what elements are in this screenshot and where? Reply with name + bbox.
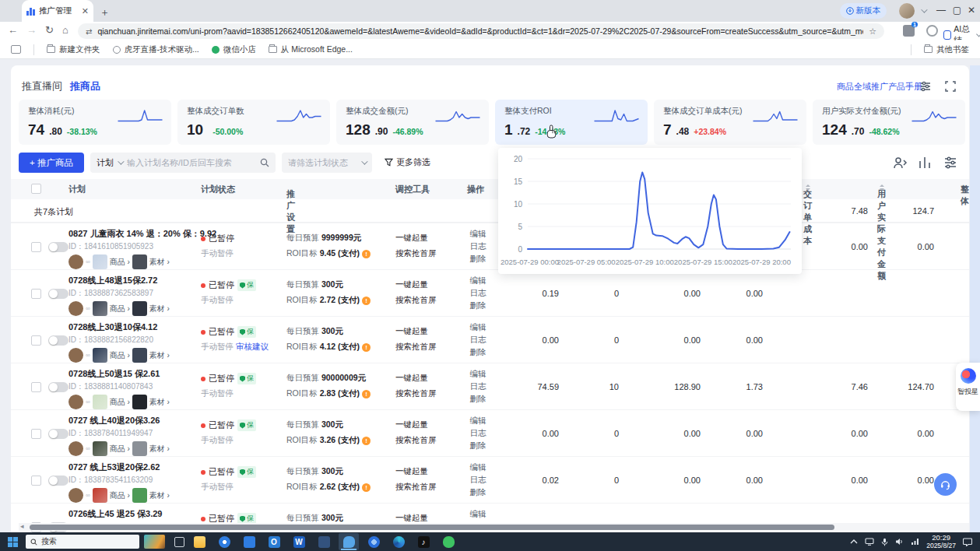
- taskbar-app-wechat[interactable]: [438, 533, 458, 550]
- export-icon[interactable]: [891, 154, 908, 171]
- plan-title[interactable]: 0728线上30退10保4.12: [68, 321, 205, 333]
- reload-icon[interactable]: ↻: [45, 24, 54, 36]
- material-link[interactable]: 素材 ›: [149, 490, 170, 501]
- taskbar-app-chrome[interactable]: [214, 533, 234, 550]
- taskbar-app-store[interactable]: [239, 533, 259, 550]
- info-icon[interactable]: !: [362, 390, 371, 398]
- search-top-screen-link[interactable]: 搜索抢首屏: [395, 388, 465, 399]
- log-link[interactable]: 日志: [464, 335, 492, 346]
- smart-assistant-widget[interactable]: 智投星: [956, 363, 980, 411]
- new-tab-button[interactable]: ＋: [100, 5, 110, 19]
- table-settings-icon[interactable]: [942, 154, 959, 171]
- home-icon[interactable]: ⌂: [62, 24, 68, 36]
- stat-card-gmv[interactable]: 整体成交金额(元) 128.90-46.89%: [336, 100, 489, 145]
- delete-link[interactable]: 删除: [464, 487, 492, 498]
- row-enable-toggle[interactable]: [48, 382, 68, 392]
- browser-profile-avatar[interactable]: [899, 3, 915, 19]
- metric-settings-icon[interactable]: [919, 79, 933, 93]
- row-checkbox[interactable]: [31, 382, 41, 392]
- tray-mic-icon[interactable]: [881, 538, 888, 546]
- stat-card-paid-amount[interactable]: 用户实际支付金额(元) 124.70-48.62%: [813, 100, 965, 145]
- log-link[interactable]: 日志: [464, 381, 492, 392]
- tray-volume-icon[interactable]: [895, 538, 904, 546]
- other-bookmarks-button[interactable]: 其他书签: [924, 44, 969, 55]
- task-view-icon[interactable]: [174, 537, 184, 547]
- start-button[interactable]: [8, 537, 18, 547]
- stat-card-roi[interactable]: 整体支付ROI 1.72-14.43%: [495, 100, 648, 145]
- taskbar-app-teams[interactable]: [314, 533, 334, 550]
- material-link[interactable]: 素材 ›: [149, 257, 170, 268]
- tray-chevron-up-icon[interactable]: [850, 539, 858, 545]
- forward-icon[interactable]: →: [26, 24, 37, 36]
- column-chart-icon[interactable]: [916, 154, 933, 171]
- delete-link[interactable]: 删除: [464, 300, 492, 311]
- scrollbar-thumb[interactable]: [30, 525, 834, 530]
- fullscreen-icon[interactable]: [943, 79, 957, 93]
- taskbar-app-word[interactable]: W: [289, 533, 309, 550]
- extension-icon[interactable]: [926, 25, 938, 37]
- plan-title[interactable]: 0726线上45 退25 保3.29: [68, 508, 205, 520]
- one-key-boost-link[interactable]: 一键起量: [395, 373, 465, 384]
- one-key-boost-link[interactable]: 一键起量: [395, 279, 465, 290]
- stat-card-order-cost[interactable]: 整体成交订单成本(元) 7.48+23.84%: [654, 100, 806, 145]
- material-link[interactable]: 素材 ›: [149, 444, 170, 454]
- more-filters-button[interactable]: 更多筛选: [385, 156, 430, 168]
- one-key-boost-link[interactable]: 一键起量: [395, 326, 465, 337]
- edit-link[interactable]: 编辑: [464, 276, 492, 286]
- info-icon[interactable]: !: [362, 437, 371, 445]
- search-top-screen-link[interactable]: 搜索抢首屏: [395, 342, 465, 353]
- plan-status-select[interactable]: 请筛选计划状态: [282, 153, 372, 173]
- select-all-checkbox[interactable]: [31, 184, 41, 194]
- material-link[interactable]: 素材 ›: [149, 350, 170, 361]
- bookmark-item[interactable]: 新建文件夹: [47, 44, 100, 55]
- profile-chevron-icon[interactable]: [921, 6, 927, 12]
- one-key-boost-link[interactable]: 一键起量: [395, 233, 465, 244]
- plan-search-input[interactable]: [127, 158, 255, 167]
- delete-link[interactable]: 删除: [464, 440, 492, 451]
- row-checkbox[interactable]: [31, 429, 41, 439]
- edit-link[interactable]: 编辑: [464, 322, 492, 333]
- extension-vpn-icon[interactable]: 1: [903, 25, 915, 37]
- window-minimize-button[interactable]: —: [936, 5, 946, 16]
- plan-title[interactable]: 0827 儿童雨衣 14% 退：20% 保：9.92: [68, 228, 205, 240]
- product-link[interactable]: 商品 ›: [110, 397, 130, 408]
- taskbar-app-outlook[interactable]: O: [264, 533, 284, 550]
- product-link[interactable]: 商品 ›: [110, 444, 130, 454]
- delete-link[interactable]: 删除: [464, 394, 492, 405]
- search-top-screen-link[interactable]: 搜索抢首屏: [395, 295, 465, 306]
- info-icon[interactable]: !: [362, 297, 371, 305]
- search-top-screen-link[interactable]: 搜索抢首屏: [395, 482, 465, 493]
- product-link[interactable]: 商品 ›: [110, 350, 130, 361]
- edit-link[interactable]: 编辑: [464, 229, 492, 240]
- taskbar-search-box[interactable]: 搜索: [26, 535, 139, 549]
- taskbar-clock[interactable]: 20:29 2025/8/27: [926, 534, 956, 550]
- bookmark-item[interactable]: 从 Microsoft Edge...: [269, 44, 353, 55]
- product-link[interactable]: 商品 ›: [110, 490, 130, 501]
- plan-title[interactable]: 0727 线上40退20保3.26: [68, 415, 205, 426]
- product-link[interactable]: 商品 ›: [110, 257, 130, 268]
- site-info-icon[interactable]: ⇄: [86, 27, 92, 36]
- col-header-plan[interactable]: 计划: [68, 184, 86, 195]
- search-icon[interactable]: [260, 158, 269, 167]
- tab-close-icon[interactable]: ✕: [82, 6, 89, 16]
- review-suggestion-link[interactable]: 审核建议: [236, 342, 269, 351]
- info-icon[interactable]: !: [362, 250, 371, 258]
- row-enable-toggle[interactable]: [48, 242, 68, 252]
- taskbar-app-browser[interactable]: [364, 533, 384, 550]
- delete-link[interactable]: 删除: [464, 254, 492, 265]
- row-enable-toggle[interactable]: [48, 476, 68, 486]
- create-promotion-button[interactable]: + 推广商品: [19, 153, 84, 173]
- col-header-tools[interactable]: 调控工具: [395, 184, 430, 195]
- search-top-screen-link[interactable]: 搜索抢首屏: [395, 435, 465, 446]
- search-scope-select[interactable]: 计划: [97, 157, 122, 169]
- material-link[interactable]: 素材 ›: [149, 304, 170, 314]
- product-manual-link[interactable]: 商品全域推广产品手册: [837, 81, 922, 93]
- tab-live-room[interactable]: 推直播间: [22, 79, 62, 93]
- row-enable-toggle[interactable]: [48, 429, 68, 439]
- taskbar-app-douyin[interactable]: ♪: [413, 533, 434, 550]
- edit-link[interactable]: 编辑: [464, 416, 492, 426]
- notification-icon[interactable]: [963, 538, 972, 546]
- stat-card-cost[interactable]: 整体消耗(元) 74.80-38.13%: [19, 100, 171, 145]
- row-enable-toggle[interactable]: [48, 335, 68, 346]
- plan-title[interactable]: 0728线上48退15保2.72: [68, 275, 205, 286]
